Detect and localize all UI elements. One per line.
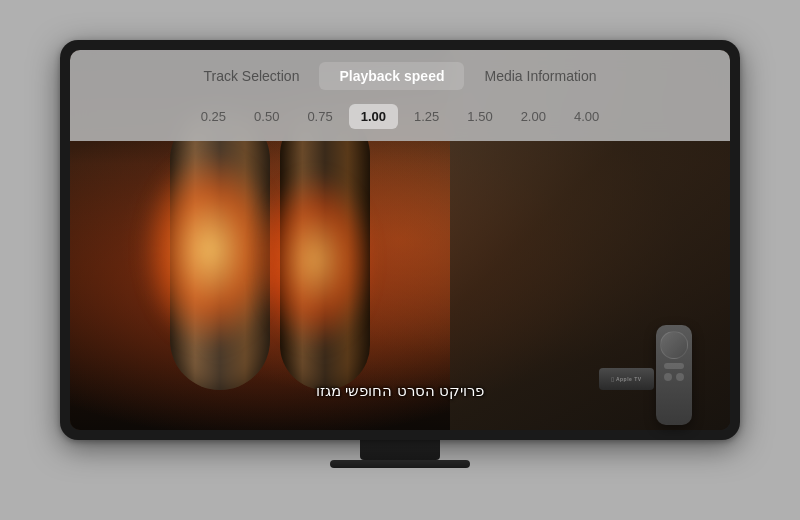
remote-touchpad[interactable]: [660, 331, 688, 359]
remote-bottom-buttons: [664, 373, 684, 381]
tab-media-information[interactable]: Media Information: [464, 62, 616, 90]
tv-base: [330, 460, 470, 468]
remote-wrapper:  Apple TV: [656, 325, 692, 425]
tv-wrapper: Track Selection Playback speed Media Inf…: [60, 40, 740, 480]
speed-0-50[interactable]: 0.50: [242, 104, 291, 129]
glow-right: [255, 170, 375, 350]
tv-stand: [360, 440, 440, 460]
speed-1-50[interactable]: 1.50: [455, 104, 504, 129]
speed-1-00[interactable]: 1.00: [349, 104, 398, 129]
apple-tv-remote: [656, 325, 692, 425]
tab-track-selection[interactable]: Track Selection: [183, 62, 319, 90]
speed-1-25[interactable]: 1.25: [402, 104, 451, 129]
tab-playback-speed[interactable]: Playback speed: [319, 62, 464, 90]
tabs-row: Track Selection Playback speed Media Inf…: [70, 50, 730, 98]
speed-0-25[interactable]: 0.25: [189, 104, 238, 129]
overlay-menu: Track Selection Playback speed Media Inf…: [70, 50, 730, 141]
speed-row: 0.25 0.50 0.75 1.00 1.25 1.50 2.00 4.00: [70, 98, 730, 141]
scene: Track Selection Playback speed Media Inf…: [0, 0, 800, 520]
speed-4-00[interactable]: 4.00: [562, 104, 611, 129]
apple-tv-box:  Apple TV: [599, 368, 654, 390]
speed-0-75[interactable]: 0.75: [295, 104, 344, 129]
apple-tv-label: Apple TV: [616, 376, 642, 382]
remote-menu-button[interactable]: [664, 363, 684, 369]
speed-2-00[interactable]: 2.00: [509, 104, 558, 129]
remote-btn-left[interactable]: [664, 373, 672, 381]
remote-btn-right[interactable]: [676, 373, 684, 381]
apple-logo: : [611, 376, 614, 383]
